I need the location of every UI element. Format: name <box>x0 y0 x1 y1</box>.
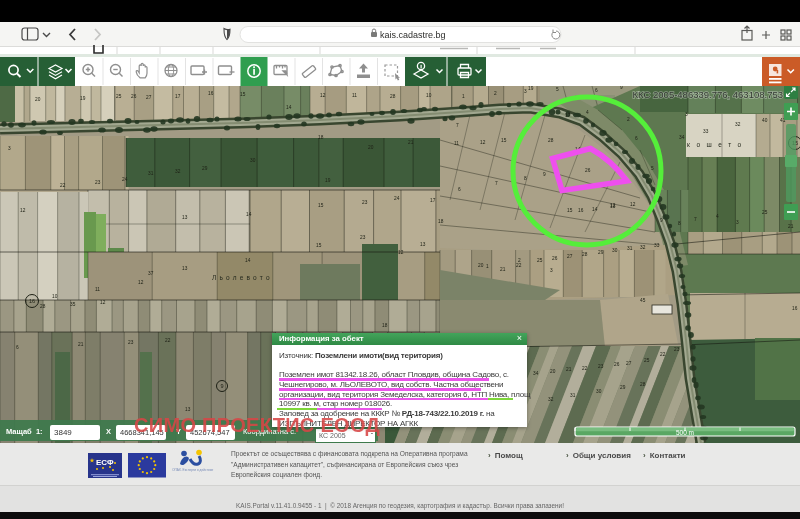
svg-text:24: 24 <box>122 177 128 182</box>
svg-text:17: 17 <box>565 113 571 118</box>
svg-text:25: 25 <box>116 94 122 99</box>
svg-text:12: 12 <box>20 208 26 213</box>
svg-text:7: 7 <box>495 181 498 186</box>
svg-text:21: 21 <box>78 342 84 347</box>
svg-text:22: 22 <box>660 352 666 357</box>
svg-text:17: 17 <box>175 94 181 99</box>
svg-text:22: 22 <box>516 263 522 268</box>
svg-text:33: 33 <box>654 243 660 248</box>
svg-text:12: 12 <box>138 280 144 285</box>
svg-text:8: 8 <box>678 221 681 226</box>
svg-text:31: 31 <box>148 171 154 176</box>
svg-text:37: 37 <box>148 271 154 276</box>
svg-text:26: 26 <box>614 362 620 367</box>
svg-text:22: 22 <box>582 366 588 371</box>
svg-text:3: 3 <box>524 89 527 94</box>
svg-text:9: 9 <box>543 172 546 177</box>
svg-text:31: 31 <box>627 246 633 251</box>
svg-text:25: 25 <box>762 210 768 215</box>
svg-text:32: 32 <box>735 122 741 127</box>
svg-text:1: 1 <box>486 264 489 269</box>
svg-text:28: 28 <box>390 94 396 99</box>
svg-text:18: 18 <box>382 323 388 328</box>
svg-text:18: 18 <box>318 135 324 140</box>
svg-text:6: 6 <box>16 345 19 350</box>
svg-text:30: 30 <box>250 158 256 163</box>
svg-text:11: 11 <box>454 141 459 146</box>
svg-text:12: 12 <box>480 140 486 145</box>
svg-text:18: 18 <box>438 219 444 224</box>
svg-text:15: 15 <box>318 203 324 208</box>
svg-text:33: 33 <box>703 129 709 134</box>
svg-text:21: 21 <box>788 224 794 229</box>
svg-text:32: 32 <box>640 245 646 250</box>
svg-text:7: 7 <box>456 123 459 128</box>
svg-text:500 m: 500 m <box>676 429 694 436</box>
svg-text:6: 6 <box>595 88 598 93</box>
svg-text:21: 21 <box>566 367 572 372</box>
svg-text:15: 15 <box>567 208 573 213</box>
svg-text:16: 16 <box>578 208 584 213</box>
svg-text:3: 3 <box>550 268 553 273</box>
svg-text:13: 13 <box>185 407 191 412</box>
svg-text:16: 16 <box>792 306 798 311</box>
svg-text:kais.cadastre.bg: kais.cadastre.bg <box>380 30 446 40</box>
svg-text:26: 26 <box>552 256 558 261</box>
svg-text:40: 40 <box>762 118 768 123</box>
svg-text:17: 17 <box>430 198 436 203</box>
svg-text:14: 14 <box>592 207 598 212</box>
svg-text:15: 15 <box>240 92 246 97</box>
svg-text:13: 13 <box>610 204 616 209</box>
svg-text:27: 27 <box>146 95 152 100</box>
svg-text:34: 34 <box>679 135 685 140</box>
svg-text:30: 30 <box>596 389 602 394</box>
svg-text:19: 19 <box>325 178 331 183</box>
svg-text:6: 6 <box>458 187 461 192</box>
svg-text:13: 13 <box>182 215 188 220</box>
svg-text:30: 30 <box>612 248 618 253</box>
svg-text:9: 9 <box>660 218 663 223</box>
svg-text:16: 16 <box>208 91 214 96</box>
svg-text:5: 5 <box>556 87 559 92</box>
svg-text:12: 12 <box>100 300 106 305</box>
svg-text:19: 19 <box>80 96 86 101</box>
svg-text:23: 23 <box>128 340 134 345</box>
svg-text:20: 20 <box>478 263 484 268</box>
svg-text:9: 9 <box>620 86 623 90</box>
svg-text:11: 11 <box>95 287 100 292</box>
svg-text:26: 26 <box>585 168 591 173</box>
svg-text:21: 21 <box>408 140 414 145</box>
svg-text:23: 23 <box>362 200 368 205</box>
svg-text:1: 1 <box>462 94 465 99</box>
svg-text:23: 23 <box>360 235 366 240</box>
svg-text:27: 27 <box>567 254 573 259</box>
svg-text:21: 21 <box>500 267 506 272</box>
svg-text:12: 12 <box>320 93 326 98</box>
svg-text:20: 20 <box>550 369 556 374</box>
svg-text:26: 26 <box>131 94 137 99</box>
svg-text:ОПАК. Експерти в действие: ОПАК. Експерти в действие <box>172 468 214 472</box>
svg-text:14: 14 <box>245 258 251 263</box>
svg-text:20: 20 <box>35 97 41 102</box>
svg-text:29: 29 <box>598 250 604 255</box>
svg-text:3: 3 <box>736 220 739 225</box>
svg-text:5: 5 <box>651 166 654 171</box>
svg-text:29: 29 <box>202 166 208 171</box>
svg-text:8: 8 <box>524 176 527 181</box>
svg-text:25: 25 <box>537 258 543 263</box>
svg-text:3: 3 <box>685 112 688 117</box>
svg-text:ЕСΦ: ЕСΦ <box>96 458 114 467</box>
svg-text:23: 23 <box>674 347 680 352</box>
svg-text:2: 2 <box>627 117 630 122</box>
svg-text:31: 31 <box>570 393 576 398</box>
svg-text:22: 22 <box>165 338 171 343</box>
svg-text:7: 7 <box>694 217 697 222</box>
svg-text:16: 16 <box>29 298 35 304</box>
svg-text:15: 15 <box>501 138 507 143</box>
svg-text:32: 32 <box>548 397 554 402</box>
svg-text:3: 3 <box>8 146 11 151</box>
svg-text:11: 11 <box>352 93 357 98</box>
svg-text:28: 28 <box>640 382 646 387</box>
svg-text:13: 13 <box>182 266 188 271</box>
svg-text:4: 4 <box>586 110 589 115</box>
